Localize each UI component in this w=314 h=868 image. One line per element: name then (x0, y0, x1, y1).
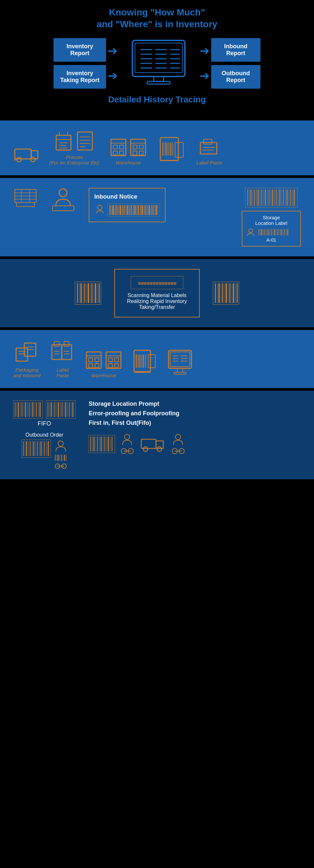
fifo-top-barcodes: FIFO (13, 401, 76, 427)
header-title: Knowing "How Much" and "Where" is in Inv… (3, 6, 311, 31)
person-icon (51, 188, 76, 212)
svg-rect-214 (169, 350, 192, 368)
error-proof-text: Error-proofing and Foolproofing (89, 410, 301, 417)
svg-rect-70 (53, 206, 74, 211)
svg-rect-45 (133, 145, 137, 149)
header-section: Knowing "How Much" and "Where" is in Inv… (0, 0, 314, 34)
fifo-desc-text: First in, First Out(Fifo) (89, 420, 301, 427)
scan-person-group (54, 440, 67, 469)
inventory-report-box: InventoryReport (54, 38, 106, 62)
storage-prompt-text: Storage Location Prompt (89, 401, 301, 407)
scan-barcode-left (75, 282, 101, 305)
monitor-2-icon (167, 349, 193, 378)
delivery-person-icon (120, 433, 135, 446)
procure-item: Procure(For An Enterprise Etc) (49, 130, 99, 165)
storage-barcode-row (246, 227, 297, 237)
inbound-left-icons (13, 188, 38, 208)
svg-point-272 (58, 441, 63, 446)
warehouse-icon-1 (109, 136, 127, 157)
fifo-right-column: Storage Location Prompt Error-proofing a… (89, 401, 301, 455)
right-arrows: ➔ ➔ (200, 45, 209, 82)
inventory-reports-section: InventoryReport InventoryTaking Report ➔… (0, 34, 314, 118)
monitor-icon (126, 37, 192, 90)
warehouse-label-1: Warehouse (116, 160, 141, 165)
svg-point-304 (143, 447, 148, 452)
svg-text:▦▦▦▦▦▦▦▦▦▦▦▦▦: ▦▦▦▦▦▦▦▦▦▦▦▦▦ (138, 281, 176, 285)
warehouse-icon-2 (129, 136, 147, 157)
outbound-report-box: OutboundReport (211, 65, 260, 89)
procure-label: Procure(For An Enterprise Etc) (49, 154, 99, 165)
packaging-item: Packagingand Inbound (13, 340, 40, 378)
notice-barcode-icon (107, 204, 160, 217)
svg-rect-302 (141, 439, 156, 448)
scan-text-line2: Realizing Rapid Inventory (125, 299, 189, 304)
svg-rect-206 (148, 354, 155, 368)
packaging-icon (15, 340, 39, 364)
scanner-icon (157, 136, 187, 165)
monitor-2-item (167, 349, 193, 378)
delivery-wheels-icon (120, 447, 135, 455)
warehouse-2-icon-2 (105, 349, 122, 370)
header-title-line1: Knowing "How Much" (109, 7, 205, 18)
svg-rect-32 (78, 132, 92, 150)
svg-rect-197 (89, 364, 93, 368)
svg-rect-41 (113, 151, 117, 155)
scan-label-icon: ▦▦▦▦▦▦▦▦▦▦▦▦▦ (131, 276, 183, 289)
scanner-2-item (132, 349, 157, 378)
storage-label-column: StorageLocation Label (242, 188, 301, 247)
label-paste-label: Label Paste (196, 160, 222, 165)
delivery-person-group (120, 433, 135, 455)
inbound-notice-section: Inbound Notice (0, 178, 314, 256)
svg-rect-178 (16, 348, 28, 361)
svg-point-128 (249, 229, 253, 233)
svg-rect-284 (89, 435, 115, 453)
scan-person-icon (54, 440, 67, 453)
outbound-order-label: Outbound Order (25, 432, 63, 438)
procure-section: Procure(For An Enterprise Etc) (0, 121, 314, 175)
svg-marker-303 (156, 441, 163, 448)
svg-point-298 (124, 434, 130, 440)
delivery-truck-icon (140, 434, 166, 454)
notice-scan-icon (94, 204, 106, 216)
outbound-barcode-1 (21, 440, 51, 458)
fifo-row: FIFO Outbound Order (13, 401, 301, 469)
packaging-label: Packagingand Inbound (13, 367, 40, 378)
svg-rect-17 (154, 76, 164, 82)
label-paste-2-label: LabelPaste (57, 367, 69, 378)
scan-section: ▦▦▦▦▦▦▦▦▦▦▦▦▦ Scanning Material Labels R… (0, 259, 314, 327)
svg-rect-195 (89, 358, 93, 362)
label-paste-item: Label Paste (196, 137, 222, 165)
warehouse-item: Warehouse (109, 136, 147, 165)
fifo-section: FIFO Outbound Order (0, 391, 314, 479)
left-report-boxes: InventoryReport InventoryTaking Report (54, 38, 106, 89)
inventory-taking-report-box: InventoryTaking Report (54, 65, 106, 89)
storage-barcode (257, 228, 290, 236)
truck-icon (13, 143, 39, 165)
scanner-item (157, 136, 187, 165)
svg-rect-59 (204, 139, 212, 144)
svg-rect-186 (62, 345, 72, 360)
storage-location-box: StorageLocation Label (242, 211, 301, 247)
svg-rect-68 (17, 203, 34, 207)
svg-rect-204 (115, 364, 119, 368)
fifo-barcode-row-1 (13, 401, 76, 418)
procure-icon-row: Procure(For An Enterprise Etc) (13, 130, 301, 165)
fifo-bottom-icons (89, 433, 301, 455)
scan-text-line3: Taking/Transfer (125, 304, 189, 310)
svg-rect-196 (95, 358, 99, 362)
svg-rect-203 (108, 364, 112, 368)
svg-rect-40 (119, 145, 123, 149)
svg-point-69 (59, 189, 67, 197)
procure-box-icon (55, 130, 73, 152)
storage-location-title: StorageLocation Label (246, 215, 297, 226)
detailed-history-title: Detailed History Tracing (6, 90, 308, 111)
scan-barcode-small (54, 454, 67, 462)
a01-label: A-01 (246, 237, 297, 243)
svg-rect-222 (177, 368, 182, 372)
arrow-right-2: ➔ (108, 70, 118, 82)
svg-rect-188 (64, 341, 69, 346)
scan-text-line1: Scanning Material Labels (125, 292, 189, 299)
header-title-line2: and "Where" is in Inventory (96, 19, 217, 29)
left-arrows: ➔ ➔ (108, 45, 118, 82)
outbound-barcode-row (21, 440, 67, 469)
